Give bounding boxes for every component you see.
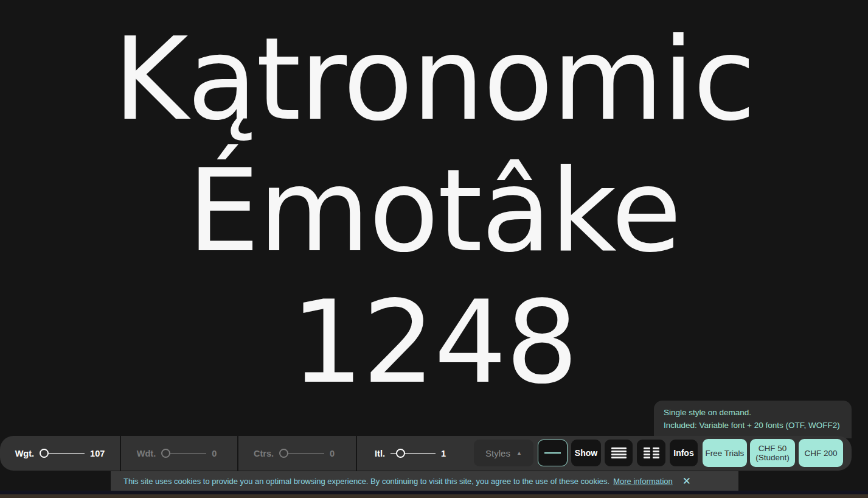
width-slider-label: Wdt. <box>137 449 156 458</box>
width-slider-value: 0 <box>212 449 221 458</box>
contrast-slider-handle <box>279 449 288 458</box>
weight-slider-label: Wgt. <box>15 449 34 458</box>
pricing-tooltip-line-2: Included: Variable font + 20 fonts (OTF,… <box>664 419 852 432</box>
italic-slider[interactable] <box>391 449 436 458</box>
show-button[interactable]: Show <box>571 440 601 466</box>
specimen-line-2[interactable]: Émotâke <box>0 145 868 276</box>
width-slider <box>161 449 206 458</box>
italic-slider-label: Itl. <box>375 449 385 458</box>
free-trials-button[interactable]: Free Trials <box>703 439 747 467</box>
infos-button-label: Infos <box>673 448 693 458</box>
buy-full-price: CHF 200 <box>804 449 837 458</box>
specimen-line-3[interactable]: 1248 <box>0 276 868 408</box>
list-view-button[interactable] <box>605 440 633 466</box>
type-specimen[interactable]: Kątronomic Émotâke 1248 <box>0 13 868 408</box>
infos-button[interactable]: Infos <box>670 440 698 466</box>
contrast-slider-value: 0 <box>330 449 339 458</box>
weight-slider-group: Wgt. 107 <box>0 436 120 471</box>
show-button-label: Show <box>575 448 597 458</box>
contrast-slider-label: Ctrs. <box>254 449 274 458</box>
free-trials-label: Free Trials <box>706 449 745 458</box>
pricing-tooltip-line-1: Single style on demand. <box>664 406 852 419</box>
weight-slider[interactable] <box>40 449 85 458</box>
specimen-line-1[interactable]: Kątronomic <box>0 13 868 145</box>
next-section-edge <box>0 494 868 498</box>
font-specimen-page: Kątronomic Émotâke 1248 Single style on … <box>0 0 868 498</box>
italic-slider-value: 1 <box>441 449 451 458</box>
buy-student-qualifier: (Student) <box>755 453 790 462</box>
weight-slider-value: 107 <box>90 449 105 458</box>
italic-slider-handle[interactable] <box>396 449 405 458</box>
font-controls-bar: Wgt. 107 Wdt. 0 Ctrs. 0 <box>0 436 852 471</box>
width-slider-group: Wdt. 0 <box>121 436 237 471</box>
pricing-tooltip: Single style on demand. Included: Variab… <box>654 401 852 438</box>
styles-dropdown-label: Styles <box>485 448 510 458</box>
buy-full-button[interactable]: CHF 200 <box>799 439 843 467</box>
buy-student-button[interactable]: CHF 50 (Student) <box>750 439 795 467</box>
weight-slider-handle[interactable] <box>40 449 49 458</box>
column-view-button[interactable] <box>637 440 665 466</box>
chevron-up-icon: ▲ <box>516 450 522 456</box>
cookie-banner: This site uses cookies to provide you an… <box>111 471 738 491</box>
dash-icon <box>544 452 561 454</box>
width-slider-handle <box>161 449 170 458</box>
italic-slider-group: Itl. 1 <box>357 436 468 471</box>
list-view-icon <box>611 447 627 458</box>
buy-student-price: CHF 50 <box>759 444 787 453</box>
cookie-message: This site uses cookies to provide you an… <box>123 477 609 486</box>
single-style-button[interactable] <box>538 440 568 466</box>
column-view-icon <box>644 447 659 458</box>
styles-dropdown[interactable]: Styles ▲ <box>474 440 533 466</box>
contrast-slider <box>279 449 324 458</box>
cookie-more-information-link[interactable]: More information <box>613 477 673 486</box>
contrast-slider-group: Ctrs. 0 <box>238 436 355 471</box>
close-icon[interactable]: ✕ <box>682 475 691 488</box>
